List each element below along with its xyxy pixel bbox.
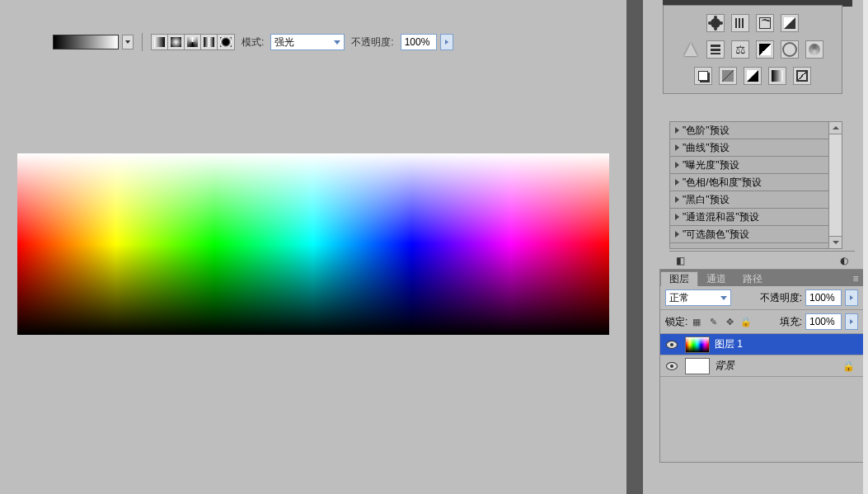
selective-color-icon[interactable] bbox=[793, 67, 811, 85]
visibility-eye-icon[interactable] bbox=[666, 362, 678, 370]
lock-buttons: ▦ ✎ ✥ 🔒 bbox=[691, 316, 752, 327]
curves-icon[interactable] bbox=[756, 14, 774, 32]
panel-menu-button[interactable]: ≡ bbox=[848, 271, 863, 286]
lock-position-icon[interactable]: ✥ bbox=[724, 316, 735, 327]
adjustments-panel bbox=[663, 5, 842, 94]
preset-item-hue-sat[interactable]: "色相/饱和度"预设 bbox=[670, 174, 828, 191]
options-bar: 模式: 强光 不透明度: 100% bbox=[53, 31, 453, 53]
gradient-angle-button[interactable] bbox=[185, 35, 201, 49]
preset-container: "色阶"预设 "曲线"预设 "曝光度"预设 "色相/饱和度"预设 "黑白"预设 … bbox=[669, 121, 842, 249]
panel-footer-icons: ◧ ◐ bbox=[669, 251, 855, 269]
panel-tabs: 图层 通道 路径 ≡ bbox=[660, 270, 863, 286]
mode-label: 模式: bbox=[242, 35, 264, 49]
canvas-area: 模式: 强光 不透明度: 100% bbox=[0, 0, 626, 494]
preset-item-curves[interactable]: "曲线"预设 bbox=[670, 139, 828, 157]
black-white-icon[interactable] bbox=[756, 40, 774, 59]
tab-channels[interactable]: 通道 bbox=[698, 271, 734, 286]
triangle-right-icon bbox=[675, 231, 679, 238]
posterize-icon[interactable] bbox=[719, 67, 737, 85]
vibrance-icon[interactable] bbox=[682, 40, 700, 59]
preset-item-selective-color[interactable]: "可选颜色"预设 bbox=[670, 226, 828, 243]
visibility-eye-icon[interactable] bbox=[666, 341, 678, 349]
lock-pixels-icon[interactable]: ✎ bbox=[707, 316, 719, 327]
layer-opacity-spin-button[interactable] bbox=[845, 289, 858, 306]
triangle-right-icon bbox=[675, 144, 679, 151]
blend-mode-select[interactable]: 强光 bbox=[270, 34, 345, 50]
gradient-dropdown-button[interactable] bbox=[122, 35, 134, 49]
layer-blend-value: 正常 bbox=[669, 291, 689, 305]
document-canvas[interactable] bbox=[17, 153, 609, 335]
brightness-contrast-icon[interactable] bbox=[706, 14, 725, 32]
layer-opacity-value: 100% bbox=[809, 292, 835, 303]
triangle-right-icon bbox=[675, 196, 679, 203]
preset-label: "色阶"预设 bbox=[683, 124, 730, 138]
layer-thumbnail[interactable] bbox=[685, 358, 710, 374]
lock-transparency-icon[interactable]: ▦ bbox=[691, 316, 702, 327]
preset-label: "色相/饱和度"预设 bbox=[683, 176, 762, 190]
panel-divider[interactable] bbox=[626, 0, 643, 494]
exposure-icon[interactable] bbox=[781, 14, 799, 32]
chevron-down-icon bbox=[720, 296, 727, 300]
preset-label: "黑白"预设 bbox=[683, 193, 730, 207]
gradient-reflected-button[interactable] bbox=[201, 35, 218, 49]
lock-icon: 🔒 bbox=[842, 360, 855, 372]
fill-label: 填充: bbox=[780, 315, 802, 329]
layer-opacity-input[interactable]: 100% bbox=[805, 289, 842, 306]
opacity-label: 不透明度: bbox=[351, 35, 393, 49]
preset-list: "色阶"预设 "曲线"预设 "曝光度"预设 "色相/饱和度"预设 "黑白"预设 … bbox=[669, 121, 829, 249]
preset-item-channel-mixer[interactable]: "通道混和器"预设 bbox=[670, 209, 828, 226]
tab-layers[interactable]: 图层 bbox=[660, 271, 698, 286]
gradient-preview[interactable] bbox=[53, 35, 119, 49]
adjustment-eye-icon[interactable]: ◐ bbox=[837, 254, 852, 267]
right-scrollbar[interactable] bbox=[863, 0, 868, 494]
hue-saturation-icon[interactable] bbox=[706, 40, 725, 59]
gradient-linear-button[interactable] bbox=[152, 35, 168, 49]
layer-row[interactable]: 图层 1 bbox=[660, 334, 863, 355]
layer-name: 背景 bbox=[715, 359, 734, 373]
layer-row[interactable]: 背景 🔒 bbox=[660, 355, 863, 377]
preset-label: "曝光度"预设 bbox=[683, 158, 739, 172]
invert-icon[interactable] bbox=[694, 67, 712, 85]
preset-item-levels[interactable]: "色阶"预设 bbox=[670, 122, 828, 139]
gradient-map-icon[interactable] bbox=[768, 67, 786, 85]
preset-item-exposure[interactable]: "曝光度"预设 bbox=[670, 157, 828, 174]
blend-mode-value: 强光 bbox=[274, 35, 294, 49]
opacity-input[interactable]: 100% bbox=[401, 34, 437, 50]
layer-thumbnail[interactable] bbox=[685, 336, 710, 353]
opacity-value: 100% bbox=[405, 36, 430, 48]
separator bbox=[142, 33, 143, 51]
gradient-radial-button[interactable] bbox=[168, 35, 185, 49]
preset-scrollbar[interactable] bbox=[829, 121, 842, 249]
color-balance-icon[interactable] bbox=[731, 40, 749, 59]
fill-spin-button[interactable] bbox=[845, 313, 858, 330]
layer-name: 图层 1 bbox=[715, 337, 743, 351]
opacity-spin-button[interactable] bbox=[440, 34, 453, 50]
gradient-type-group bbox=[151, 34, 235, 50]
preset-label: "曲线"预设 bbox=[683, 141, 730, 155]
scroll-down-button[interactable] bbox=[829, 236, 842, 248]
levels-icon[interactable] bbox=[731, 14, 749, 32]
preset-item-bw[interactable]: "黑白"预设 bbox=[670, 191, 828, 209]
triangle-right-icon bbox=[675, 179, 679, 186]
triangle-right-icon bbox=[675, 127, 679, 134]
scroll-up-button[interactable] bbox=[829, 122, 842, 134]
fill-input[interactable]: 100% bbox=[805, 313, 842, 330]
preset-label: "通道混和器"预设 bbox=[683, 210, 759, 224]
preset-label: "可选颜色"预设 bbox=[683, 228, 749, 242]
threshold-icon[interactable] bbox=[744, 67, 762, 85]
lock-label: 锁定: bbox=[665, 315, 687, 329]
gradient-diamond-button[interactable] bbox=[218, 35, 234, 49]
layer-options-row2: 锁定: ▦ ✎ ✥ 🔒 填充: 100% bbox=[660, 310, 863, 334]
layers-panel: 图层 通道 路径 ≡ 正常 不透明度: 100% 锁定: ▦ ✎ ✥ 🔒 bbox=[659, 269, 864, 463]
right-panels: "色阶"预设 "曲线"预设 "曝光度"预设 "色相/饱和度"预设 "黑白"预设 … bbox=[643, 0, 868, 494]
adjustment-clip-icon[interactable]: ◧ bbox=[673, 254, 687, 267]
chevron-down-icon bbox=[334, 40, 340, 45]
lock-all-icon[interactable]: 🔒 bbox=[740, 316, 752, 327]
layer-blend-select[interactable]: 正常 bbox=[665, 289, 731, 306]
tab-paths[interactable]: 路径 bbox=[734, 271, 771, 286]
triangle-right-icon bbox=[675, 214, 679, 220]
channel-mixer-icon[interactable] bbox=[805, 40, 823, 59]
layer-list: 图层 1 背景 🔒 bbox=[660, 334, 863, 462]
layer-options-row1: 正常 不透明度: 100% bbox=[660, 286, 863, 310]
photo-filter-icon[interactable] bbox=[781, 40, 799, 59]
